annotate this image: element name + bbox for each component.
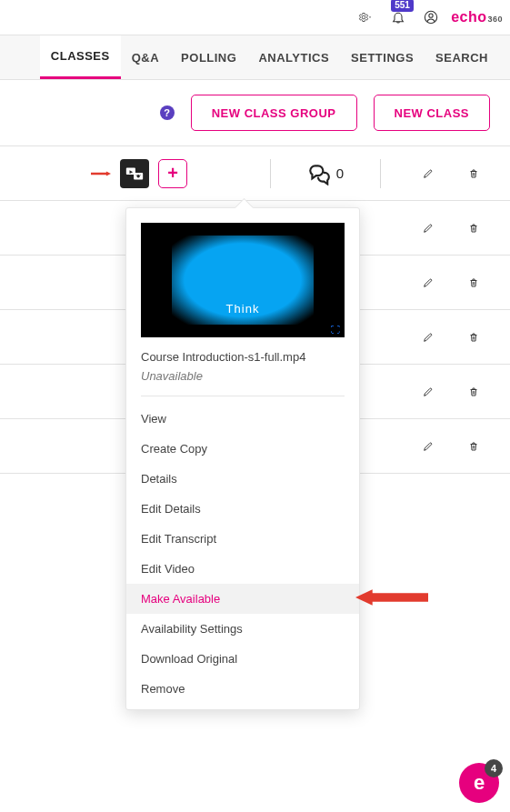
edit-button[interactable]	[417, 217, 439, 239]
menu-make-available[interactable]: Make Available	[126, 584, 359, 614]
fab-glyph: e	[474, 771, 485, 795]
trash-icon	[468, 218, 479, 238]
media-menu: View Create Copy Details Edit Details Ed…	[126, 404, 359, 704]
settings-gear-button[interactable]	[353, 5, 378, 30]
trash-icon	[468, 436, 479, 456]
annotation-arrow-icon	[355, 586, 428, 609]
notifications-button[interactable]: 551	[385, 5, 411, 30]
divider	[141, 396, 345, 396]
fullscreen-icon: ⛶	[331, 325, 340, 335]
media-status: Unavailable	[126, 369, 359, 396]
brand-logo: echo 360	[451, 9, 503, 25]
new-class-group-button[interactable]: NEW CLASS GROUP	[191, 95, 357, 131]
delete-button[interactable]	[463, 272, 485, 294]
delete-button[interactable]	[463, 326, 485, 348]
media-popover: Think ⛶ Course Introduction-s1-full.mp4 …	[125, 207, 360, 710]
menu-edit-details[interactable]: Edit Details	[126, 494, 359, 524]
menu-download-original[interactable]: Download Original	[126, 644, 359, 674]
edit-button[interactable]	[417, 436, 439, 457]
tab-classes[interactable]: CLASSES	[40, 35, 121, 79]
new-class-button[interactable]: NEW CLASS	[374, 95, 491, 131]
user-circle-icon	[424, 8, 438, 26]
edit-button[interactable]	[417, 326, 439, 348]
delete-button[interactable]	[463, 163, 485, 185]
annotation-arrow-icon	[91, 164, 111, 184]
pencil-icon	[423, 382, 434, 402]
menu-details[interactable]: Details	[126, 464, 359, 494]
notification-badge: 551	[391, 0, 414, 12]
fab-badge: 4	[485, 759, 503, 777]
tab-qa[interactable]: Q&A	[121, 35, 170, 79]
tab-search[interactable]: SEARCH	[425, 35, 499, 79]
logo-text: echo	[451, 9, 486, 25]
media-thumbnail-button[interactable]	[120, 159, 149, 188]
trash-icon	[468, 382, 479, 402]
account-button[interactable]	[418, 5, 444, 30]
help-fab[interactable]: e 4	[459, 763, 499, 803]
help-icon[interactable]: ?	[160, 105, 175, 120]
menu-availability-settings[interactable]: Availability Settings	[126, 614, 359, 644]
pencil-icon	[423, 164, 434, 184]
trash-icon	[468, 164, 479, 184]
menu-create-copy[interactable]: Create Copy	[126, 434, 359, 464]
video-thumbnail[interactable]: Think ⛶	[141, 223, 345, 337]
media-filename: Course Introduction-s1-full.mp4	[126, 350, 359, 369]
chat-icon	[307, 162, 331, 185]
discussion-button[interactable]: 0	[307, 162, 344, 185]
separator	[270, 159, 271, 188]
delete-button[interactable]	[463, 436, 485, 457]
class-row-0: + 0	[0, 146, 510, 201]
logo-suffix: 360	[487, 15, 503, 24]
thumbnail-caption: Think	[141, 302, 345, 316]
tab-polling[interactable]: POLLING	[170, 35, 247, 79]
separator	[380, 159, 381, 188]
topbar: 551 echo 360	[0, 0, 510, 35]
media-icon	[125, 164, 145, 184]
edit-button[interactable]	[417, 272, 439, 294]
edit-button[interactable]	[417, 163, 439, 185]
pencil-icon	[423, 327, 434, 347]
menu-edit-transcript[interactable]: Edit Transcript	[126, 524, 359, 554]
edit-button[interactable]	[417, 381, 439, 403]
tab-analytics[interactable]: ANALYTICS	[247, 35, 340, 79]
pencil-icon	[423, 218, 434, 238]
discussion-count: 0	[336, 165, 344, 181]
trash-icon	[468, 327, 479, 347]
menu-remove[interactable]: Remove	[126, 674, 359, 704]
pencil-icon	[423, 273, 434, 293]
add-media-button[interactable]: +	[158, 159, 187, 188]
delete-button[interactable]	[463, 381, 485, 403]
tab-bar: CLASSES Q&A POLLING ANALYTICS SETTINGS S…	[0, 35, 510, 80]
tab-settings[interactable]: SETTINGS	[340, 35, 425, 79]
trash-icon	[468, 273, 479, 293]
menu-view[interactable]: View	[126, 404, 359, 434]
delete-button[interactable]	[463, 217, 485, 239]
caret-down-icon	[367, 13, 373, 22]
menu-edit-video[interactable]: Edit Video	[126, 554, 359, 584]
pencil-icon	[423, 436, 434, 456]
header-actions: ? NEW CLASS GROUP NEW CLASS	[0, 80, 510, 145]
